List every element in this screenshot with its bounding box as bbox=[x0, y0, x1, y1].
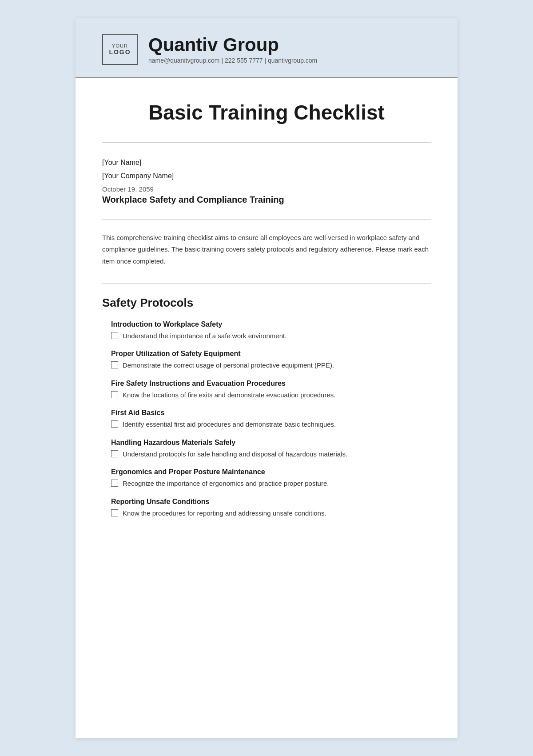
checklist-text-2: Demonstrate the correct usage of persona… bbox=[123, 360, 334, 371]
date-field: October 19, 2059 bbox=[102, 185, 431, 193]
logo-line1: YOUR bbox=[112, 43, 128, 48]
item-title-7: Reporting Unsafe Conditions bbox=[102, 498, 431, 506]
training-title: Workplace Safety and Compliance Training bbox=[102, 195, 431, 205]
checkbox-6[interactable] bbox=[111, 480, 118, 487]
checklist-text-1: Understand the importance of a safe work… bbox=[123, 331, 286, 341]
document-title: Basic Training Checklist bbox=[102, 100, 431, 124]
checklist-row-1: Understand the importance of a safe work… bbox=[102, 331, 431, 341]
item-title-1: Introduction to Workplace Safety bbox=[102, 320, 431, 328]
logo-line2: LOGO bbox=[109, 48, 131, 56]
checkbox-2[interactable] bbox=[111, 361, 118, 368]
safety-protocols-section: Safety Protocols Introduction to Workpla… bbox=[102, 296, 431, 521]
checklist-row-7: Know the procedures for reporting and ad… bbox=[102, 508, 431, 519]
checkbox-1[interactable] bbox=[111, 332, 118, 339]
checklist-row-5: Understand protocols for safe handling a… bbox=[102, 449, 431, 460]
checkbox-7[interactable] bbox=[111, 509, 118, 516]
item-title-2: Proper Utilization of Safety Equipment bbox=[102, 350, 431, 358]
your-name-field: [Your Name] bbox=[102, 159, 431, 167]
checklist-text-5: Understand protocols for safe handling a… bbox=[123, 449, 347, 460]
description: This comprehensive training checklist ai… bbox=[102, 232, 431, 267]
page-container: YOUR LOGO Quantiv Group name@quanitvgrou… bbox=[76, 18, 457, 738]
checklist-text-4: Identify essential first aid procedures … bbox=[123, 420, 336, 430]
checklist-row-6: Recognize the importance of ergonomics a… bbox=[102, 479, 431, 489]
logo-box: YOUR LOGO bbox=[102, 34, 138, 65]
checklist: Introduction to Workplace Safety Underst… bbox=[102, 320, 431, 521]
company-name: Quantiv Group bbox=[148, 35, 317, 55]
item-title-4: First Aid Basics bbox=[102, 409, 431, 417]
checklist-text-6: Recognize the importance of ergonomics a… bbox=[123, 479, 329, 489]
item-title-5: Handling Hazardous Materials Safely bbox=[102, 439, 431, 447]
company-contact: name@quanitvgroup.com | 222 555 7777 | q… bbox=[148, 57, 317, 64]
item-title-6: Ergonomics and Proper Posture Maintenanc… bbox=[102, 468, 431, 476]
description-divider bbox=[102, 219, 431, 220]
item-title-3: Fire Safety Instructions and Evacuation … bbox=[102, 380, 431, 388]
checkbox-5[interactable] bbox=[111, 450, 118, 457]
header: YOUR LOGO Quantiv Group name@quanitvgrou… bbox=[76, 18, 457, 77]
company-info: Quantiv Group name@quanitvgroup.com | 22… bbox=[148, 35, 317, 64]
meta-section: [Your Name] [Your Company Name] October … bbox=[102, 159, 431, 205]
checklist-row-2: Demonstrate the correct usage of persona… bbox=[102, 360, 431, 371]
checkbox-3[interactable] bbox=[111, 391, 118, 398]
checklist-row-3: Know the locations of fire exits and dem… bbox=[102, 390, 431, 400]
title-divider bbox=[102, 142, 431, 143]
section-title: Safety Protocols bbox=[102, 296, 431, 310]
company-name-field: [Your Company Name] bbox=[102, 172, 431, 180]
checklist-text-3: Know the locations of fire exits and dem… bbox=[123, 390, 335, 400]
content: Basic Training Checklist [Your Name] [Yo… bbox=[76, 78, 457, 548]
section-divider bbox=[102, 283, 431, 284]
checklist-row-4: Identify essential first aid procedures … bbox=[102, 420, 431, 430]
checkbox-4[interactable] bbox=[111, 420, 118, 428]
checklist-text-7: Know the procedures for reporting and ad… bbox=[123, 508, 326, 519]
